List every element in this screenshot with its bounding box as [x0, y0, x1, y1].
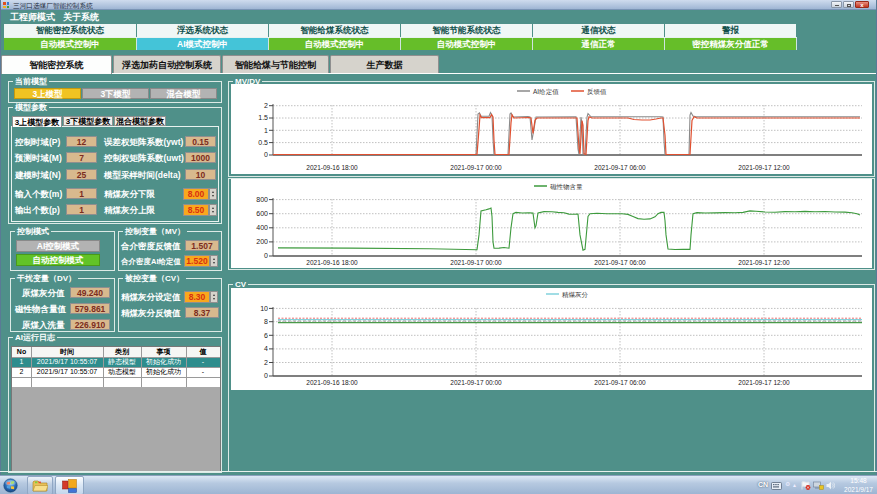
svg-text:0: 0: [264, 372, 268, 379]
svg-text:AI给定值: AI给定值: [533, 88, 559, 96]
svg-text:1: 1: [264, 127, 268, 134]
svg-text:8: 8: [264, 318, 268, 325]
svg-text:1.5: 1.5: [258, 114, 268, 121]
svg-text:2021-09-17 12:00: 2021-09-17 12:00: [738, 379, 790, 386]
svg-text:400: 400: [256, 224, 268, 231]
svg-text:2: 2: [264, 102, 268, 109]
svg-text:反馈值: 反馈值: [587, 88, 607, 95]
svg-text:2021-09-16 18:00: 2021-09-16 18:00: [306, 164, 358, 171]
svg-text:4: 4: [264, 345, 268, 352]
svg-text:2021-09-17 06:00: 2021-09-17 06:00: [594, 379, 646, 386]
svg-text:2021-09-17 12:00: 2021-09-17 12:00: [738, 164, 790, 171]
svg-text:0: 0: [264, 252, 268, 259]
svg-text:2021-09-17 06:00: 2021-09-17 06:00: [594, 259, 646, 266]
svg-text:2: 2: [264, 359, 268, 366]
svg-text:2021-09-17 00:00: 2021-09-17 00:00: [450, 259, 502, 266]
svg-text:600: 600: [256, 210, 268, 217]
svg-text:2021-09-17 00:00: 2021-09-17 00:00: [450, 164, 502, 171]
svg-text:2021-09-17 06:00: 2021-09-17 06:00: [594, 164, 646, 171]
svg-text:800: 800: [256, 196, 268, 203]
svg-text:精煤灰分: 精煤灰分: [562, 291, 589, 299]
svg-text:10: 10: [260, 305, 268, 312]
svg-text:2021-09-17 12:00: 2021-09-17 12:00: [738, 259, 790, 266]
svg-text:2021-09-17 00:00: 2021-09-17 00:00: [450, 379, 502, 386]
svg-text:0: 0: [264, 151, 268, 158]
svg-text:磁性物含量: 磁性物含量: [550, 183, 583, 191]
svg-text:6: 6: [264, 332, 268, 339]
svg-text:0.5: 0.5: [258, 139, 268, 146]
svg-text:200: 200: [256, 238, 268, 245]
svg-text:2021-09-16 18:00: 2021-09-16 18:00: [306, 379, 358, 386]
svg-text:2021-09-16 18:00: 2021-09-16 18:00: [306, 259, 358, 266]
